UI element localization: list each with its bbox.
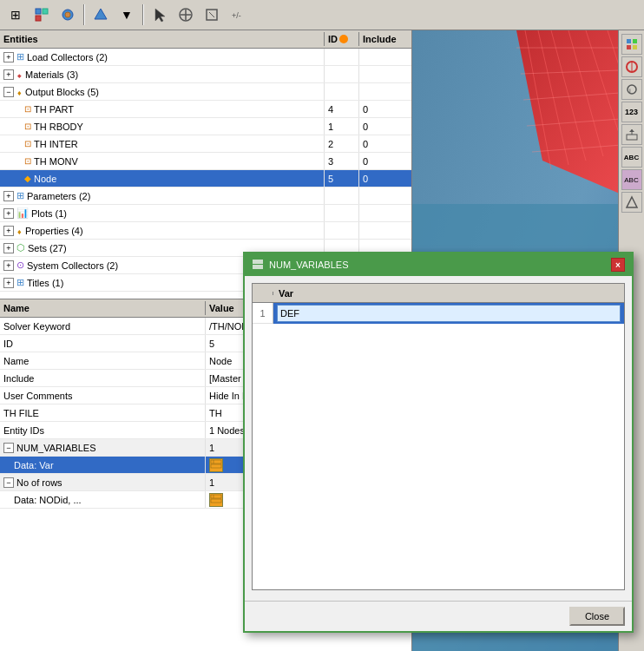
toolbar-btn-4[interactable]	[89, 3, 113, 27]
svg-rect-2	[36, 16, 41, 21]
tree-cell-include	[359, 205, 411, 221]
main-toolbar: ⊞ ▼ +/-	[0, 0, 644, 30]
toolbar-separator-2	[142, 4, 144, 25]
prop-cell-name: Data: NODid, ...	[0, 491, 206, 508]
expand-icon[interactable]: −	[3, 87, 14, 97]
rt-btn-5[interactable]: 10	[621, 124, 642, 145]
dialog-close-button[interactable]: ×	[611, 258, 625, 272]
svg-rect-37	[633, 39, 637, 43]
tree-cell-name: − ⬧ Output Blocks (5)	[0, 83, 325, 100]
tree-cell-include	[359, 83, 411, 100]
rt-btn-3[interactable]: i	[621, 79, 642, 100]
dialog-var-input-1[interactable]	[277, 305, 621, 322]
output-icon: ⬧	[16, 87, 23, 97]
dialog-row-cell-1[interactable]	[273, 303, 624, 324]
svg-rect-50	[253, 265, 263, 269]
id-color-icon	[339, 35, 348, 43]
tree-cell-id	[325, 222, 359, 239]
expand-icon[interactable]: +	[3, 226, 14, 236]
dialog-grid-body[interactable]: 1	[252, 302, 625, 590]
expand-icon[interactable]: +	[3, 208, 14, 219]
tree-cell-name: + ⊞ Parameters (2)	[0, 187, 325, 204]
syscoll-icon: ⊙	[16, 260, 24, 271]
tree-cell-id	[325, 49, 359, 65]
dialog-footer: Close	[245, 601, 632, 631]
tree-cell-id: 1	[325, 118, 359, 135]
rt-btn-4[interactable]: 123	[621, 102, 642, 122]
tree-row-parameters[interactable]: + ⊞ Parameters (2)	[0, 187, 411, 205]
props-icon: ⬧	[16, 226, 23, 236]
dialog-row-num-1: 1	[253, 303, 273, 324]
dialog-title-area: NUM_VARIABLES	[252, 259, 349, 271]
plot-icon: 📊	[16, 207, 29, 219]
dialog-grid-row-1[interactable]: 1	[253, 303, 624, 324]
tree-cell-include: 0	[359, 135, 411, 152]
toolbar-btn-3[interactable]	[56, 3, 80, 27]
dialog-container: NUM_VARIABLES × Var 1 Close	[243, 252, 634, 633]
rt-btn-7[interactable]: ABC	[621, 169, 642, 190]
prop-cell-name: Entity IDs	[0, 422, 206, 438]
dialog-title: NUM_VARIABLES	[269, 260, 349, 270]
tree-cell-id	[325, 205, 359, 221]
titles-icon: ⊞	[16, 277, 24, 288]
tree-row-plots[interactable]: + 📊 Plots (1)	[0, 205, 411, 222]
data-icon[interactable]	[209, 493, 223, 507]
svg-marker-6	[155, 9, 165, 22]
expand-icon[interactable]: +	[3, 191, 14, 201]
svg-text:+/-: +/-	[232, 11, 241, 20]
expand-section-icon[interactable]: −	[3, 443, 14, 453]
prop-cell-name: − NUM_VARIABLES	[0, 439, 206, 456]
prop-cell-name: ID	[0, 335, 206, 352]
tree-cell-include	[359, 66, 411, 82]
tree-header-entities: Entities	[0, 32, 325, 46]
expand-section-icon[interactable]: −	[3, 477, 14, 488]
toolbar-btn-7[interactable]	[200, 3, 224, 27]
dialog-grid-header: Var	[252, 283, 625, 302]
tree-row-materials[interactable]: + ⬥ Materials (3)	[0, 66, 411, 83]
dialog-titlebar: NUM_VARIABLES ×	[245, 253, 632, 276]
svg-rect-13	[211, 460, 221, 464]
tree-cell-include: 0	[359, 101, 411, 117]
dialog-close-btn[interactable]: Close	[569, 607, 625, 626]
rt-btn-8[interactable]	[621, 192, 642, 213]
expand-icon[interactable]: +	[3, 243, 14, 253]
th-icon: ⊡	[24, 122, 31, 131]
rt-btn-2[interactable]	[621, 56, 642, 77]
svg-text:10: 10	[626, 141, 632, 141]
prop-cell-name: TH FILE	[0, 404, 206, 421]
tree-cell-name: ⊡ TH INTER	[0, 135, 325, 152]
tree-cell-name: ⊡ TH MONV	[0, 153, 325, 169]
tree-row-th-rbody[interactable]: ⊡ TH RBODY 1 0	[0, 118, 411, 135]
data-icon[interactable]	[209, 458, 223, 472]
expand-icon[interactable]: +	[3, 278, 14, 288]
toolbar-btn-2[interactable]	[30, 3, 54, 27]
tree-cell-name: ⊡ TH PART	[0, 101, 325, 117]
toolbar-btn-6[interactable]	[174, 3, 198, 27]
toolbar-btn-cursor[interactable]	[148, 3, 172, 27]
toolbar-btn-5[interactable]: ▼	[115, 3, 139, 27]
dialog-content: Var 1	[245, 276, 632, 597]
tree-row-th-monv[interactable]: ⊡ TH MONV 3 0	[0, 153, 411, 170]
rt-btn-1[interactable]	[621, 34, 642, 55]
expand-icon[interactable]: +	[3, 69, 14, 80]
tree-row-node[interactable]: ◆ Node 5 0	[0, 170, 411, 187]
expand-icon[interactable]: +	[3, 52, 14, 62]
tree-cell-include: 0	[359, 170, 411, 187]
expand-icon[interactable]: +	[3, 260, 14, 271]
tree-row-th-part[interactable]: ⊡ TH PART 4 0	[0, 101, 411, 118]
svg-text:i: i	[629, 87, 631, 95]
tree-row-properties[interactable]: + ⬧ Properties (4)	[0, 222, 411, 240]
rt-btn-6[interactable]: ABC	[621, 147, 642, 168]
tree-row-output-blocks[interactable]: − ⬧ Output Blocks (5)	[0, 83, 411, 101]
num-variables-dialog: NUM_VARIABLES × Var 1 Close	[243, 252, 634, 633]
tree-cell-id	[325, 66, 359, 82]
svg-rect-14	[211, 464, 221, 468]
svg-point-4	[65, 12, 70, 17]
toolbar-btn-8[interactable]: +/-	[226, 3, 250, 27]
tree-row-load-collectors[interactable]: + ⊞ Load Collectors (2)	[0, 49, 411, 66]
tree-cell-name: ⊡ TH RBODY	[0, 118, 325, 135]
toolbar-btn-1[interactable]: ⊞	[3, 3, 28, 27]
svg-rect-36	[627, 39, 631, 43]
tree-row-th-inter[interactable]: ⊡ TH INTER 2 0	[0, 135, 411, 153]
tree-cell-name: + ⬧ Properties (4)	[0, 222, 325, 239]
